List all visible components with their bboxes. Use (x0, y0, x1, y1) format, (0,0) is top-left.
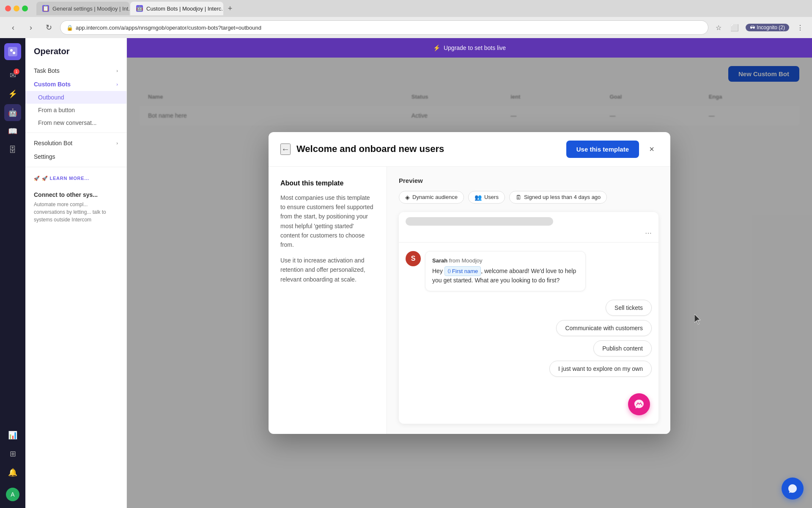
rail-icon-notifications[interactable]: 🔔 (4, 464, 21, 481)
sidebar-item-outbound[interactable]: Outbound (25, 91, 126, 104)
chat-text: Hey ⟨⟩ First name , welcome aboard! We'd… (432, 266, 579, 285)
sidebar-item-from-conversation[interactable]: From new conversat... (25, 116, 126, 129)
preview-title: Preview (399, 177, 658, 184)
rail-icon-analytics[interactable]: 📊 (4, 427, 21, 444)
svg-point-2 (13, 52, 15, 54)
fullscreen-traffic-light[interactable] (22, 6, 28, 11)
new-tab-button[interactable]: + (224, 3, 236, 14)
about-paragraph-2: Use it to increase activation and retent… (280, 256, 375, 284)
chat-reply-options: Sell tickets Communicate with customers … (406, 300, 652, 377)
modal-title: Welcome and onboard new users (296, 144, 444, 155)
learn-more-section: 🚀 🚀 LEARN MORE... (25, 171, 126, 186)
modal-close-button[interactable]: × (645, 142, 658, 156)
modal-body: About this template Most companies use t… (269, 167, 670, 434)
connect-title: Connect to other sys... (34, 191, 118, 198)
modal-back-button[interactable]: ← (280, 144, 291, 155)
from-conversation-label: From new conversat... (38, 119, 97, 126)
nav-divider-2 (25, 167, 126, 167)
reply-publish[interactable]: Publish content (593, 340, 652, 356)
menu-icon[interactable]: ⋮ (795, 22, 805, 33)
notification-bar: ⚡ Upgrade to set bots live (127, 38, 812, 58)
profile-icon[interactable]: ⬜ (730, 22, 740, 33)
modal-about-panel: About this template Most companies use t… (269, 167, 387, 434)
notifications-icon: 🔔 (8, 468, 17, 477)
chat-body: S Sarah from Moodjoy (399, 243, 658, 386)
browser-chrome: 📋 General settings | Moodjoy | Int... × … (0, 0, 812, 38)
resolution-bot-label: Resolution Bot (34, 140, 72, 146)
refresh-button[interactable]: ↻ (42, 21, 55, 34)
forward-button[interactable]: › (25, 21, 37, 34)
incognito-badge[interactable]: 🕶 Incognito (2) (746, 24, 789, 31)
browser-tab-2[interactable]: 🤖 Custom Bots | Moodjoy | Interc... × (130, 2, 223, 15)
chat-bubble: Sarah from Moodjoy Hey ⟨⟩ First name (425, 251, 586, 292)
inbox-badge: 1 (14, 69, 19, 75)
use-template-button[interactable]: Use this template (566, 141, 639, 158)
modal-header: ← Welcome and onboard new users Use this… (269, 132, 670, 167)
rocket-icon: 🚀 (34, 176, 40, 181)
modal-overlay[interactable]: ← Welcome and onboard new users Use this… (127, 58, 812, 508)
connect-section: Connect to other sys... Automate more co… (25, 186, 126, 229)
rail-icon-data[interactable]: 🗄 (4, 141, 21, 158)
rail-icon-avatar[interactable]: A (4, 486, 21, 503)
chat-preview: ⋯ S (399, 212, 658, 424)
sidebar-item-from-button[interactable]: From a button (25, 104, 126, 116)
chat-options-icon: ⋯ (645, 229, 652, 237)
modal-preview-panel: Preview ◈ Dynamic audience 👥 Users (387, 167, 670, 434)
tag-users: 👥 Users (468, 191, 505, 204)
bookmark-icon[interactable]: ☆ (713, 22, 724, 33)
modal-header-actions: Use this template × (566, 141, 658, 158)
sidebar-item-custom-bots[interactable]: Custom Bots › (25, 77, 126, 91)
chat-header-options: ⋯ (406, 229, 652, 237)
learn-more-label[interactable]: 🚀 🚀 LEARN MORE... (34, 176, 118, 181)
connect-desc: Automate more compl... conversations by … (34, 201, 118, 224)
back-button[interactable]: ‹ (7, 21, 19, 34)
from-button-label: From a button (38, 107, 75, 113)
data-icon: 🗄 (9, 146, 16, 155)
about-text: Most companies use this template to ensu… (280, 193, 375, 284)
messenger-fab[interactable] (628, 393, 650, 415)
dynamic-audience-icon: ◈ (405, 194, 410, 201)
tag-signed-up-label: Signed up less than 4 days ago (524, 194, 601, 200)
custom-bots-chevron: › (116, 82, 118, 87)
sidebar-item-resolution-bot[interactable]: Resolution Bot › (25, 136, 126, 150)
first-name-tag: ⟨⟩ First name (444, 266, 481, 276)
reply-explore[interactable]: I just want to explore on my own (549, 361, 652, 377)
code-brackets-icon: ⟨⟩ (447, 268, 451, 275)
sidebar-title: Operator (25, 38, 126, 61)
sidebar-item-task-bots[interactable]: Task Bots › (25, 64, 126, 77)
rail-icon-inbox[interactable]: ✉ 1 (4, 67, 21, 84)
task-bots-label: Task Bots (34, 67, 60, 74)
traffic-lights (5, 6, 28, 11)
incognito-label: Incognito (2) (757, 25, 785, 30)
about-paragraph-1: Most companies use this template to ensu… (280, 193, 375, 250)
intercom-chat-widget[interactable] (782, 478, 804, 500)
task-bots-chevron: › (116, 68, 118, 73)
minimize-traffic-light[interactable] (14, 6, 19, 11)
sidebar-item-settings[interactable]: Settings (25, 150, 126, 163)
chat-preview-header: ⋯ (399, 212, 658, 243)
rail-icon-grid[interactable]: ⊞ (4, 445, 21, 462)
reports-icon: 📖 (8, 127, 17, 136)
browser-tab-1[interactable]: 📋 General settings | Moodjoy | Int... × (36, 2, 129, 15)
close-icon: × (649, 144, 654, 154)
reply-sell-tickets[interactable]: Sell tickets (606, 300, 652, 316)
chat-message-block: S Sarah from Moodjoy (406, 251, 652, 292)
sender-name: Sarah from Moodjoy (432, 257, 579, 264)
incognito-icon: 🕶 (750, 25, 755, 30)
address-bar[interactable]: 🔒 app.intercom.com/a/apps/nnsgmgob/opera… (60, 20, 708, 35)
reply-communicate[interactable]: Communicate with customers (556, 320, 652, 336)
template-modal: ← Welcome and onboard new users Use this… (269, 132, 670, 434)
sarah-avatar: S (406, 251, 421, 266)
sidebar-nav: Task Bots › Custom Bots › Outbound From … (25, 61, 126, 232)
icon-rail: ✉ 1 ⚡ 🤖 📖 🗄 📊 ⊞ 🔔 A (0, 38, 25, 508)
settings-label: Settings (34, 153, 55, 160)
sender-org: from Moodjoy (449, 257, 483, 264)
close-traffic-light[interactable] (5, 6, 11, 11)
app-logo[interactable] (4, 43, 21, 60)
rail-icon-operator[interactable]: 🤖 (4, 104, 21, 121)
custom-bots-label: Custom Bots (34, 81, 71, 88)
tag-signed-up: 🗓 Signed up less than 4 days ago (509, 191, 607, 204)
rail-icon-contacts[interactable]: ⚡ (4, 86, 21, 102)
rail-icon-reports[interactable]: 📖 (4, 123, 21, 140)
lock-icon: 🔒 (66, 25, 73, 31)
